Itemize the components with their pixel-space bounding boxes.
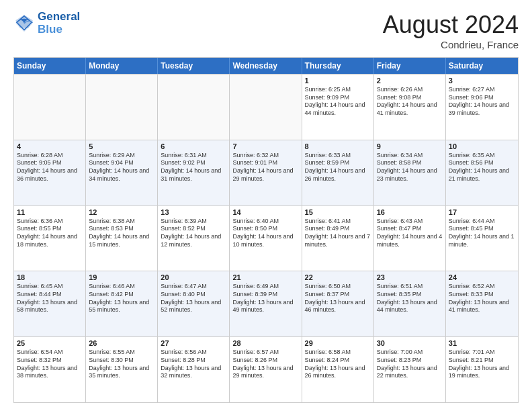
day-number: 12 xyxy=(89,208,154,216)
day-cell-23: 23Sunrise: 6:51 AM Sunset: 8:35 PM Dayli… xyxy=(374,271,446,336)
day-cell-1: 1Sunrise: 6:25 AM Sunset: 9:09 PM Daylig… xyxy=(302,75,374,140)
day-number: 24 xyxy=(449,273,515,281)
day-cell-17: 17Sunrise: 6:44 AM Sunset: 8:45 PM Dayli… xyxy=(446,206,518,271)
cell-info: Sunrise: 6:34 AM Sunset: 8:58 PM Dayligh… xyxy=(377,152,443,183)
day-cell-12: 12Sunrise: 6:38 AM Sunset: 8:53 PM Dayli… xyxy=(86,206,158,271)
day-cell-empty-0-3 xyxy=(230,75,302,140)
day-cell-13: 13Sunrise: 6:39 AM Sunset: 8:52 PM Dayli… xyxy=(158,206,230,271)
calendar-body: 1Sunrise: 6:25 AM Sunset: 9:09 PM Daylig… xyxy=(14,74,518,402)
cell-info: Sunrise: 6:47 AM Sunset: 8:40 PM Dayligh… xyxy=(161,283,226,314)
cell-info: Sunrise: 6:55 AM Sunset: 8:30 PM Dayligh… xyxy=(89,349,154,380)
day-number: 11 xyxy=(17,208,83,216)
day-cell-empty-0-2 xyxy=(158,75,230,140)
calendar-row-3: 18Sunrise: 6:45 AM Sunset: 8:44 PM Dayli… xyxy=(14,271,518,336)
cell-info: Sunrise: 6:43 AM Sunset: 8:47 PM Dayligh… xyxy=(377,218,443,249)
cell-info: Sunrise: 6:51 AM Sunset: 8:35 PM Dayligh… xyxy=(377,283,443,314)
day-cell-24: 24Sunrise: 6:52 AM Sunset: 8:33 PM Dayli… xyxy=(446,271,518,336)
day-cell-9: 9Sunrise: 6:34 AM Sunset: 8:58 PM Daylig… xyxy=(374,140,446,205)
calendar-row-1: 4Sunrise: 6:28 AM Sunset: 9:05 PM Daylig… xyxy=(14,140,518,205)
cell-info: Sunrise: 7:00 AM Sunset: 8:23 PM Dayligh… xyxy=(377,349,443,380)
cell-info: Sunrise: 6:44 AM Sunset: 8:45 PM Dayligh… xyxy=(449,218,515,249)
title-block: August 2024 Condrieu, France xyxy=(383,11,519,50)
cell-info: Sunrise: 6:50 AM Sunset: 8:37 PM Dayligh… xyxy=(305,283,371,314)
day-number: 2 xyxy=(377,77,443,85)
day-number: 30 xyxy=(377,339,443,347)
day-number: 22 xyxy=(305,273,371,281)
day-cell-14: 14Sunrise: 6:40 AM Sunset: 8:50 PM Dayli… xyxy=(230,206,302,271)
cell-info: Sunrise: 6:27 AM Sunset: 9:06 PM Dayligh… xyxy=(449,86,515,118)
cell-info: Sunrise: 6:35 AM Sunset: 8:56 PM Dayligh… xyxy=(449,152,515,183)
day-cell-28: 28Sunrise: 6:57 AM Sunset: 8:26 PM Dayli… xyxy=(230,337,302,402)
day-cell-21: 21Sunrise: 6:49 AM Sunset: 8:39 PM Dayli… xyxy=(230,271,302,336)
day-number: 29 xyxy=(305,339,371,347)
header-day-tuesday: Tuesday xyxy=(158,58,230,74)
cell-info: Sunrise: 6:33 AM Sunset: 8:59 PM Dayligh… xyxy=(305,152,371,183)
location: Condrieu, France xyxy=(383,39,519,50)
day-number: 9 xyxy=(377,142,443,150)
header: General Blue August 2024 Condrieu, Franc… xyxy=(13,11,519,50)
day-cell-10: 10Sunrise: 6:35 AM Sunset: 8:56 PM Dayli… xyxy=(446,140,518,205)
cell-info: Sunrise: 6:52 AM Sunset: 8:33 PM Dayligh… xyxy=(449,283,515,314)
day-cell-empty-0-0 xyxy=(14,75,86,140)
day-number: 19 xyxy=(89,273,154,281)
day-cell-8: 8Sunrise: 6:33 AM Sunset: 8:59 PM Daylig… xyxy=(302,140,374,205)
page: General Blue August 2024 Condrieu, Franc… xyxy=(0,0,532,411)
logo-general: General xyxy=(38,10,80,23)
day-number: 1 xyxy=(305,77,371,85)
day-number: 26 xyxy=(89,339,154,347)
cell-info: Sunrise: 6:39 AM Sunset: 8:52 PM Dayligh… xyxy=(161,218,226,249)
day-cell-5: 5Sunrise: 6:29 AM Sunset: 9:04 PM Daylig… xyxy=(86,140,158,205)
day-cell-11: 11Sunrise: 6:36 AM Sunset: 8:55 PM Dayli… xyxy=(14,206,86,271)
cell-info: Sunrise: 6:31 AM Sunset: 9:02 PM Dayligh… xyxy=(161,152,226,183)
cell-info: Sunrise: 6:25 AM Sunset: 9:09 PM Dayligh… xyxy=(305,86,371,118)
day-cell-26: 26Sunrise: 6:55 AM Sunset: 8:30 PM Dayli… xyxy=(86,337,158,402)
header-day-friday: Friday xyxy=(374,58,446,74)
logo-blue: Blue xyxy=(38,23,62,36)
day-cell-empty-0-1 xyxy=(86,75,158,140)
cell-info: Sunrise: 6:54 AM Sunset: 8:32 PM Dayligh… xyxy=(17,349,83,380)
logo-icon xyxy=(13,13,35,34)
cell-info: Sunrise: 6:29 AM Sunset: 9:04 PM Dayligh… xyxy=(89,152,154,183)
day-number: 28 xyxy=(232,339,298,347)
day-number: 16 xyxy=(377,208,443,216)
day-cell-30: 30Sunrise: 7:00 AM Sunset: 8:23 PM Dayli… xyxy=(374,337,446,402)
day-number: 21 xyxy=(232,273,298,281)
cell-info: Sunrise: 6:56 AM Sunset: 8:28 PM Dayligh… xyxy=(161,349,226,380)
header-day-sunday: Sunday xyxy=(14,58,86,74)
calendar-row-4: 25Sunrise: 6:54 AM Sunset: 8:32 PM Dayli… xyxy=(14,336,518,402)
day-number: 25 xyxy=(17,339,83,347)
cell-info: Sunrise: 6:45 AM Sunset: 8:44 PM Dayligh… xyxy=(17,283,83,314)
header-day-saturday: Saturday xyxy=(446,58,518,74)
cell-info: Sunrise: 6:46 AM Sunset: 8:42 PM Dayligh… xyxy=(89,283,154,314)
day-cell-3: 3Sunrise: 6:27 AM Sunset: 9:06 PM Daylig… xyxy=(446,75,518,140)
cell-info: Sunrise: 6:38 AM Sunset: 8:53 PM Dayligh… xyxy=(89,218,154,249)
cell-info: Sunrise: 7:01 AM Sunset: 8:21 PM Dayligh… xyxy=(449,349,515,380)
calendar: SundayMondayTuesdayWednesdayThursdayFrid… xyxy=(13,57,519,403)
day-cell-25: 25Sunrise: 6:54 AM Sunset: 8:32 PM Dayli… xyxy=(14,337,86,402)
day-number: 8 xyxy=(305,142,371,150)
day-number: 20 xyxy=(161,273,226,281)
day-number: 13 xyxy=(161,208,226,216)
cell-info: Sunrise: 6:58 AM Sunset: 8:24 PM Dayligh… xyxy=(305,349,371,380)
day-number: 15 xyxy=(305,208,371,216)
day-number: 4 xyxy=(17,142,83,150)
cell-info: Sunrise: 6:57 AM Sunset: 8:26 PM Dayligh… xyxy=(232,349,298,380)
day-number: 31 xyxy=(449,339,515,347)
cell-info: Sunrise: 6:32 AM Sunset: 9:01 PM Dayligh… xyxy=(232,152,298,183)
day-number: 27 xyxy=(161,339,226,347)
day-cell-16: 16Sunrise: 6:43 AM Sunset: 8:47 PM Dayli… xyxy=(374,206,446,271)
header-day-wednesday: Wednesday xyxy=(230,58,302,74)
calendar-row-2: 11Sunrise: 6:36 AM Sunset: 8:55 PM Dayli… xyxy=(14,205,518,271)
day-number: 10 xyxy=(449,142,515,150)
day-number: 5 xyxy=(89,142,154,150)
cell-info: Sunrise: 6:40 AM Sunset: 8:50 PM Dayligh… xyxy=(232,218,298,249)
day-cell-27: 27Sunrise: 6:56 AM Sunset: 8:28 PM Dayli… xyxy=(158,337,230,402)
day-cell-4: 4Sunrise: 6:28 AM Sunset: 9:05 PM Daylig… xyxy=(14,140,86,205)
day-number: 18 xyxy=(17,273,83,281)
day-cell-19: 19Sunrise: 6:46 AM Sunset: 8:42 PM Dayli… xyxy=(86,271,158,336)
header-day-monday: Monday xyxy=(86,58,158,74)
day-cell-15: 15Sunrise: 6:41 AM Sunset: 8:49 PM Dayli… xyxy=(302,206,374,271)
day-number: 7 xyxy=(232,142,298,150)
day-cell-18: 18Sunrise: 6:45 AM Sunset: 8:44 PM Dayli… xyxy=(14,271,86,336)
day-number: 3 xyxy=(449,77,515,85)
